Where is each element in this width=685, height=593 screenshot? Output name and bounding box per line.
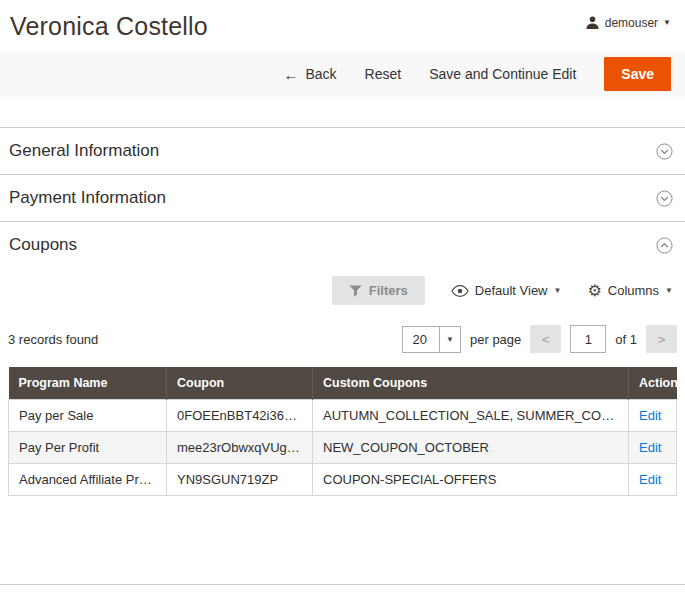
section-coupons: Coupons Filters Default View <box>0 221 685 584</box>
per-page-label: per page <box>470 332 521 347</box>
current-page-input[interactable] <box>570 325 606 353</box>
chevron-down-circle-icon[interactable] <box>656 143 673 160</box>
cell-custom-coupons: COUPON-SPECIAL-OFFERS <box>313 464 629 496</box>
cell-coupon: mee23rObwxqVUg4sVCy <box>167 432 313 464</box>
edit-link[interactable]: Edit <box>639 440 661 455</box>
records-row: 3 records found 20 ▼ per page < of 1 > <box>8 325 677 353</box>
edit-link[interactable]: Edit <box>639 408 661 423</box>
caret-down-icon: ▼ <box>665 286 673 295</box>
back-button-label: Back <box>305 66 336 82</box>
chevron-down-circle-icon[interactable] <box>656 190 673 207</box>
previous-page-button[interactable]: < <box>530 325 561 353</box>
back-arrow-icon: ← <box>283 66 298 83</box>
cell-program-name: Pay per Sale <box>9 400 167 432</box>
cell-custom-coupons: NEW_COUPON_OCTOBER <box>313 432 629 464</box>
reset-button[interactable]: Reset <box>365 66 402 82</box>
coupons-table: Program Name Coupon Custom Coupons Actio… <box>8 367 677 496</box>
section-title: Coupons <box>9 235 77 255</box>
table-row: Pay per Sale 0FOEEnBBT42i36XGPY2k AUTUMN… <box>9 400 677 432</box>
page-header: Veronica Costello demouser ▼ <box>0 0 685 51</box>
page-actions-toolbar: ← Back Reset Save and Continue Edit Save <box>0 51 685 97</box>
caret-down-icon: ▼ <box>663 18 671 27</box>
table-row: Pay Per Profit mee23rObwxqVUg4sVCy NEW_C… <box>9 432 677 464</box>
chevron-up-circle-icon[interactable] <box>656 237 673 254</box>
section-payment-information: Payment Information <box>0 174 685 221</box>
pagination: 20 ▼ per page < of 1 > <box>402 325 677 353</box>
coupons-grid: Filters Default View ▼ ⚙ Columns ▼ 3 r <box>0 276 685 584</box>
cell-custom-coupons: AUTUMN_COLLECTION_SALE, SUMMER_COLLECTIO… <box>313 400 629 432</box>
per-page-select[interactable]: 20 ▼ <box>402 326 461 353</box>
columns-control[interactable]: ⚙ Columns ▼ <box>587 283 673 299</box>
cell-program-name: Advanced Affiliate Program <box>9 464 167 496</box>
next-page-button[interactable]: > <box>646 325 677 353</box>
spacer <box>8 496 677 542</box>
section-header-transactions[interactable]: Transactions <box>0 585 685 593</box>
section-header-payment-information[interactable]: Payment Information <box>0 175 685 221</box>
save-and-continue-button[interactable]: Save and Continue Edit <box>429 66 576 82</box>
default-view-label: Default View <box>475 283 548 298</box>
section-transactions: Transactions <box>0 584 685 593</box>
cell-action: Edit <box>629 400 677 432</box>
accordion-sections: General Information Payment Information … <box>0 127 685 593</box>
gear-icon: ⚙ <box>587 283 601 299</box>
user-name: demouser <box>605 16 658 30</box>
reset-button-label: Reset <box>365 66 402 82</box>
column-header-action: Action <box>629 367 677 400</box>
cell-program-name: Pay Per Profit <box>9 432 167 464</box>
table-row: Advanced Affiliate Program YN9SGUN719ZP … <box>9 464 677 496</box>
page-title: Veronica Costello <box>10 12 208 41</box>
save-and-continue-label: Save and Continue Edit <box>429 66 576 82</box>
section-general-information: General Information <box>0 127 685 174</box>
filters-label: Filters <box>369 283 408 298</box>
filters-button[interactable]: Filters <box>332 276 425 305</box>
default-view-control[interactable]: Default View ▼ <box>451 283 562 298</box>
user-menu[interactable]: demouser ▼ <box>585 15 671 30</box>
select-caret-icon: ▼ <box>439 327 460 352</box>
cell-coupon: YN9SGUN719ZP <box>167 464 313 496</box>
cell-action: Edit <box>629 464 677 496</box>
column-header-program-name[interactable]: Program Name <box>9 367 167 400</box>
section-header-coupons[interactable]: Coupons <box>0 222 685 268</box>
cell-coupon: 0FOEEnBBT42i36XGPY2k <box>167 400 313 432</box>
grid-controls: Filters Default View ▼ ⚙ Columns ▼ <box>8 276 673 305</box>
columns-label: Columns <box>608 283 659 298</box>
section-title: Payment Information <box>9 188 166 208</box>
section-title: General Information <box>9 141 159 161</box>
table-header-row: Program Name Coupon Custom Coupons Actio… <box>9 367 677 400</box>
column-header-coupon[interactable]: Coupon <box>167 367 313 400</box>
eye-icon <box>451 285 469 297</box>
column-header-custom-coupons[interactable]: Custom Coupons <box>313 367 629 400</box>
save-button[interactable]: Save <box>604 57 671 91</box>
back-button[interactable]: ← Back <box>283 66 336 83</box>
section-header-general-information[interactable]: General Information <box>0 128 685 174</box>
records-found-label: 3 records found <box>8 332 98 347</box>
user-icon <box>585 15 600 30</box>
filter-funnel-icon <box>349 285 362 297</box>
per-page-value: 20 <box>403 327 439 352</box>
caret-down-icon: ▼ <box>554 286 562 295</box>
total-pages-label: of 1 <box>615 332 637 347</box>
edit-link[interactable]: Edit <box>639 472 661 487</box>
cell-action: Edit <box>629 432 677 464</box>
